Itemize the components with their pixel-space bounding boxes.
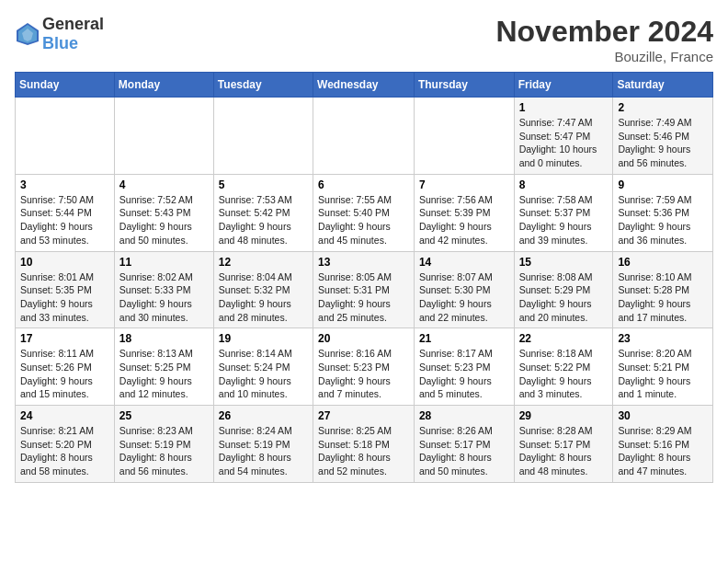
cell-content: Sunrise: 8:29 AM Sunset: 5:16 PM Dayligh… [618, 424, 708, 478]
calendar-cell: 13Sunrise: 8:05 AM Sunset: 5:31 PM Dayli… [313, 251, 415, 328]
calendar-week-row: 24Sunrise: 8:21 AM Sunset: 5:20 PM Dayli… [16, 406, 713, 483]
calendar-cell: 29Sunrise: 8:28 AM Sunset: 5:17 PM Dayli… [514, 406, 613, 483]
calendar-week-row: 3Sunrise: 7:50 AM Sunset: 5:44 PM Daylig… [16, 174, 713, 251]
cell-content: Sunrise: 7:49 AM Sunset: 5:46 PM Dayligh… [618, 116, 708, 170]
cell-content: Sunrise: 8:26 AM Sunset: 5:17 PM Dayligh… [419, 424, 509, 478]
day-number: 14 [419, 256, 509, 269]
cell-content: Sunrise: 8:08 AM Sunset: 5:29 PM Dayligh… [519, 270, 609, 325]
cell-content: Sunrise: 8:01 AM Sunset: 5:35 PM Dayligh… [20, 270, 109, 325]
cell-content: Sunrise: 7:50 AM Sunset: 5:44 PM Dayligh… [20, 193, 109, 247]
calendar-cell: 21Sunrise: 8:17 AM Sunset: 5:23 PM Dayli… [414, 328, 514, 406]
cell-content: Sunrise: 7:52 AM Sunset: 5:43 PM Dayligh… [119, 193, 209, 247]
day-number: 18 [119, 332, 209, 345]
day-number: 9 [618, 178, 708, 191]
day-number: 2 [618, 101, 708, 114]
day-number: 23 [618, 332, 708, 345]
day-number: 22 [519, 332, 609, 345]
weekday-header: Saturday [613, 73, 713, 98]
cell-content: Sunrise: 8:16 AM Sunset: 5:23 PM Dayligh… [318, 347, 409, 401]
calendar-cell: 14Sunrise: 8:07 AM Sunset: 5:30 PM Dayli… [414, 251, 514, 328]
day-number: 16 [618, 256, 708, 269]
cell-content: Sunrise: 7:53 AM Sunset: 5:42 PM Dayligh… [219, 193, 308, 247]
day-number: 17 [20, 332, 109, 345]
calendar-week-row: 1Sunrise: 7:47 AM Sunset: 5:47 PM Daylig… [16, 98, 713, 175]
calendar-cell: 1Sunrise: 7:47 AM Sunset: 5:47 PM Daylig… [514, 98, 613, 175]
cell-content: Sunrise: 7:58 AM Sunset: 5:37 PM Dayligh… [519, 193, 609, 247]
weekday-header: Thursday [414, 73, 514, 98]
calendar-cell: 11Sunrise: 8:02 AM Sunset: 5:33 PM Dayli… [114, 251, 213, 328]
day-number: 29 [519, 409, 609, 422]
calendar-cell: 4Sunrise: 7:52 AM Sunset: 5:43 PM Daylig… [114, 174, 213, 251]
calendar-cell: 15Sunrise: 8:08 AM Sunset: 5:29 PM Dayli… [514, 251, 613, 328]
day-number: 30 [618, 409, 708, 422]
calendar-cell: 3Sunrise: 7:50 AM Sunset: 5:44 PM Daylig… [16, 174, 115, 251]
weekday-header: Wednesday [313, 73, 415, 98]
cell-content: Sunrise: 8:05 AM Sunset: 5:31 PM Dayligh… [318, 270, 409, 325]
cell-content: Sunrise: 7:56 AM Sunset: 5:39 PM Dayligh… [419, 193, 509, 247]
cell-content: Sunrise: 8:04 AM Sunset: 5:32 PM Dayligh… [219, 270, 308, 325]
weekday-header: Tuesday [213, 73, 313, 98]
day-number: 6 [318, 178, 409, 191]
cell-content: Sunrise: 8:25 AM Sunset: 5:18 PM Dayligh… [318, 424, 409, 478]
day-number: 4 [119, 178, 209, 191]
location: Bouzille, France [495, 49, 713, 64]
calendar-week-row: 17Sunrise: 8:11 AM Sunset: 5:26 PM Dayli… [16, 328, 713, 406]
day-number: 27 [318, 409, 409, 422]
day-number: 5 [219, 178, 308, 191]
calendar-cell: 25Sunrise: 8:23 AM Sunset: 5:19 PM Dayli… [114, 406, 213, 483]
page-header: General Blue November 2024 Bouzille, Fra… [15, 15, 713, 64]
calendar-cell: 5Sunrise: 7:53 AM Sunset: 5:42 PM Daylig… [213, 174, 313, 251]
weekday-header: Monday [114, 73, 213, 98]
logo-icon [15, 21, 40, 47]
cell-content: Sunrise: 7:47 AM Sunset: 5:47 PM Dayligh… [519, 116, 609, 170]
cell-content: Sunrise: 8:17 AM Sunset: 5:23 PM Dayligh… [419, 347, 509, 401]
calendar-cell: 28Sunrise: 8:26 AM Sunset: 5:17 PM Dayli… [414, 406, 514, 483]
logo-general: General [42, 15, 104, 33]
calendar-cell: 19Sunrise: 8:14 AM Sunset: 5:24 PM Dayli… [213, 328, 313, 406]
day-number: 3 [20, 178, 109, 191]
cell-content: Sunrise: 8:20 AM Sunset: 5:21 PM Dayligh… [618, 347, 708, 401]
calendar-cell: 27Sunrise: 8:25 AM Sunset: 5:18 PM Dayli… [313, 406, 415, 483]
calendar-week-row: 10Sunrise: 8:01 AM Sunset: 5:35 PM Dayli… [16, 251, 713, 328]
cell-content: Sunrise: 7:55 AM Sunset: 5:40 PM Dayligh… [318, 193, 409, 247]
day-number: 10 [20, 256, 109, 269]
day-number: 20 [318, 332, 409, 345]
weekday-header: Friday [514, 73, 613, 98]
calendar-cell: 12Sunrise: 8:04 AM Sunset: 5:32 PM Dayli… [213, 251, 313, 328]
day-number: 26 [219, 409, 308, 422]
calendar-cell [16, 98, 115, 175]
calendar-cell: 6Sunrise: 7:55 AM Sunset: 5:40 PM Daylig… [313, 174, 415, 251]
calendar-cell: 30Sunrise: 8:29 AM Sunset: 5:16 PM Dayli… [613, 406, 713, 483]
cell-content: Sunrise: 8:11 AM Sunset: 5:26 PM Dayligh… [20, 347, 109, 401]
calendar-cell [213, 98, 313, 175]
day-number: 28 [419, 409, 509, 422]
cell-content: Sunrise: 8:14 AM Sunset: 5:24 PM Dayligh… [219, 347, 308, 401]
day-number: 12 [219, 256, 308, 269]
calendar-cell: 2Sunrise: 7:49 AM Sunset: 5:46 PM Daylig… [613, 98, 713, 175]
day-number: 1 [519, 101, 609, 114]
day-number: 8 [519, 178, 609, 191]
day-number: 11 [119, 256, 209, 269]
logo: General Blue [15, 15, 104, 53]
weekday-header: Sunday [16, 73, 115, 98]
calendar-cell [114, 98, 213, 175]
day-number: 13 [318, 256, 409, 269]
calendar-cell: 8Sunrise: 7:58 AM Sunset: 5:37 PM Daylig… [514, 174, 613, 251]
calendar-cell: 9Sunrise: 7:59 AM Sunset: 5:36 PM Daylig… [613, 174, 713, 251]
title-area: November 2024 Bouzille, France [495, 15, 713, 64]
cell-content: Sunrise: 7:59 AM Sunset: 5:36 PM Dayligh… [618, 193, 708, 247]
day-number: 25 [119, 409, 209, 422]
cell-content: Sunrise: 8:07 AM Sunset: 5:30 PM Dayligh… [419, 270, 509, 325]
calendar-cell: 24Sunrise: 8:21 AM Sunset: 5:20 PM Dayli… [16, 406, 115, 483]
cell-content: Sunrise: 8:18 AM Sunset: 5:22 PM Dayligh… [519, 347, 609, 401]
calendar-cell [313, 98, 415, 175]
calendar-cell [414, 98, 514, 175]
cell-content: Sunrise: 8:23 AM Sunset: 5:19 PM Dayligh… [119, 424, 209, 478]
day-number: 21 [419, 332, 509, 345]
calendar-cell: 22Sunrise: 8:18 AM Sunset: 5:22 PM Dayli… [514, 328, 613, 406]
calendar-table: SundayMondayTuesdayWednesdayThursdayFrid… [15, 72, 713, 483]
calendar-cell: 26Sunrise: 8:24 AM Sunset: 5:19 PM Dayli… [213, 406, 313, 483]
weekday-header-row: SundayMondayTuesdayWednesdayThursdayFrid… [16, 73, 713, 98]
cell-content: Sunrise: 8:10 AM Sunset: 5:28 PM Dayligh… [618, 270, 708, 325]
day-number: 19 [219, 332, 308, 345]
